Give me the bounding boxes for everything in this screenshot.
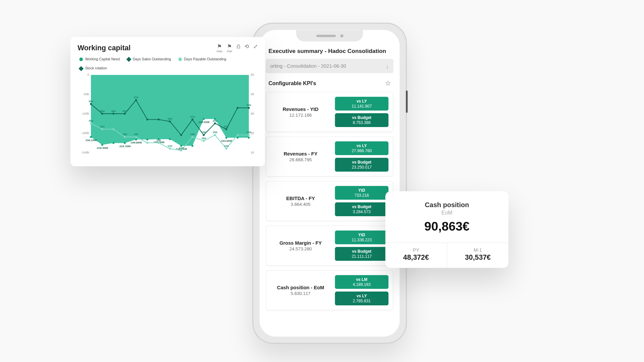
phone-frame: Executive summary - Hadoc Consolidation …: [253, 23, 407, 344]
svg-text:19d: 19d: [213, 131, 217, 134]
legend-label: Days Sales Outstanding: [133, 57, 171, 61]
png-button[interactable]: ⚑PNG: [217, 43, 222, 53]
kpi-badge-title: vs LY: [337, 294, 387, 298]
svg-point-81: [225, 147, 227, 149]
kpi-badge[interactable]: vs LM 4.189.163: [335, 275, 389, 289]
svg-point-64: [124, 136, 126, 138]
svg-point-12: [101, 144, 103, 146]
svg-point-75: [192, 136, 194, 138]
legend-item[interactable]: Stock rotation: [79, 66, 107, 70]
kpi-badge[interactable]: vs Budget 23.250.017: [335, 158, 389, 172]
svg-point-84: [248, 134, 250, 136]
app-screen: Executive summary - Hadoc Consolidation …: [260, 30, 400, 337]
svg-point-71: [169, 147, 171, 149]
svg-text:-60k: -60k: [83, 93, 89, 96]
kpi-badge-title: vs LY: [337, 143, 387, 148]
kpi-badge[interactable]: YtD 733.216: [335, 186, 389, 200]
kpi-value: 26.668.795: [271, 157, 330, 162]
kpi-badge-value: 4.189.163: [337, 282, 387, 287]
phone-screen-wrapper: Executive summary - Hadoc Consolidation …: [260, 30, 400, 337]
kpi-name: Gross Margin - FY: [271, 240, 330, 245]
svg-text:50: 50: [251, 73, 254, 76]
svg-point-77: [203, 140, 205, 142]
svg-text:18d: 18d: [134, 133, 139, 136]
svg-point-66: [135, 136, 137, 138]
legend-item[interactable]: Days Sales Outstanding: [127, 57, 171, 61]
download-icon[interactable]: ↓: [386, 62, 389, 69]
cash-cell-value: 30,537€: [450, 254, 506, 262]
kpi-badge[interactable]: vs LY 27.966.760: [335, 141, 389, 155]
svg-point-83: [236, 134, 238, 136]
svg-point-15: [124, 142, 126, 144]
svg-point-29: [225, 137, 227, 139]
legend-item[interactable]: Days Payable Outstanding: [178, 57, 226, 61]
kpi-badge[interactable]: YtD 11.336.223: [335, 231, 389, 244]
svg-point-43: [146, 119, 148, 121]
svg-text:-194.303€: -194.303€: [220, 139, 232, 142]
svg-point-61: [101, 128, 103, 130]
kpi-card[interactable]: Cash position - EoM 5.630.117 vs LM 4.18…: [266, 270, 393, 310]
svg-text:40: 40: [251, 93, 254, 96]
svg-point-48: [192, 119, 194, 121]
svg-text:18d: 18d: [190, 133, 195, 136]
svg-point-56: [236, 107, 238, 109]
kpi-name: EBITDA - FY: [271, 195, 330, 201]
cash-cell-label: M-1: [450, 247, 506, 253]
cash-cell: PY 48,372€: [385, 243, 447, 268]
kpi-badge[interactable]: vs LY 11.141.907: [335, 97, 389, 111]
cash-secondary-row: PY 48,372€M-1 30,537€: [385, 243, 508, 268]
kpi-value: 3.664.405: [271, 202, 330, 207]
cash-main-value: 90,863€: [392, 219, 501, 234]
svg-point-45: [169, 120, 171, 122]
svg-text:10: 10: [251, 151, 254, 154]
kpi-value: 12.172.166: [271, 113, 330, 118]
svg-point-39: [124, 113, 126, 115]
kpi-badge-title: YtD: [337, 188, 387, 192]
svg-text:25d: 25d: [213, 119, 217, 122]
cash-cell: M-1 30,537€: [447, 243, 508, 268]
kpi-badge[interactable]: vs Budget 21.111.117: [335, 247, 389, 261]
kpi-card[interactable]: Revenues - YtD 12.172.166 vs LY 11.141.9…: [266, 92, 393, 132]
print-icon: ⎙: [237, 43, 240, 50]
kpi-value: 5.630.117: [271, 291, 330, 296]
breadcrumb[interactable]: orting - Consolidation - 2021-06-30 ↓: [266, 59, 393, 73]
svg-text:0: 0: [88, 73, 89, 76]
kpi-badge[interactable]: vs Budget 3.284.573: [335, 202, 389, 216]
kpi-value: 24.573.280: [271, 246, 330, 251]
kpi-section-header: Configurable KPI's ☆: [266, 73, 393, 92]
print-button[interactable]: ⎙: [237, 43, 240, 53]
phone-side-button: [406, 90, 408, 113]
refresh-button[interactable]: ⟲: [245, 43, 249, 53]
legend-item[interactable]: Working Capital Need: [79, 57, 120, 61]
svg-text:19d: 19d: [201, 131, 206, 134]
svg-text:-240k: -240k: [81, 151, 89, 154]
svg-text:-192.196€: -192.196€: [85, 139, 97, 142]
expand-button[interactable]: ⤢: [253, 43, 258, 53]
svg-point-73: [180, 149, 182, 152]
kpi-card[interactable]: EBITDA - FY 3.664.405 YtD 733.216 vs Bud…: [266, 181, 393, 221]
kpi-card[interactable]: Gross Margin - FY 24.573.280 YtD 11.336.…: [266, 226, 393, 266]
tool-label: PNG: [217, 50, 222, 53]
svg-text:30d: 30d: [122, 110, 127, 113]
svg-point-17: [135, 138, 137, 140]
kpi-badge[interactable]: vs Budget 8.753.388: [335, 113, 389, 127]
star-icon[interactable]: ☆: [385, 79, 391, 87]
svg-text:26d: 26d: [168, 117, 172, 120]
svg-text:12d: 12d: [168, 144, 172, 147]
svg-text:-210.706€: -210.706€: [119, 145, 131, 148]
working-capital-chart-card: Working capital ⚑PNG⚑PDF⎙⟲⤢ Working Capi…: [70, 37, 265, 166]
svg-text:18d: 18d: [122, 133, 127, 136]
svg-point-44: [158, 119, 160, 121]
svg-point-47: [180, 134, 182, 136]
kpi-badge[interactable]: vs LY 2.785.831: [335, 292, 389, 305]
cash-position-card: Cash position EoM 90,863€ PY 48,372€M-1 …: [385, 191, 508, 268]
refresh-icon: ⟲: [245, 43, 249, 50]
tool-label: PDF: [227, 50, 232, 53]
kpi-card[interactable]: Revenues - FY 26.668.795 vs LY 27.966.76…: [266, 136, 393, 177]
svg-point-37: [112, 113, 114, 115]
svg-point-54: [225, 128, 227, 130]
svg-text:11d: 11d: [179, 146, 183, 149]
svg-point-19: [146, 138, 148, 140]
pdf-button[interactable]: ⚑PDF: [227, 43, 232, 53]
chart-toolbar: ⚑PNG⚑PDF⎙⟲⤢: [217, 43, 258, 53]
